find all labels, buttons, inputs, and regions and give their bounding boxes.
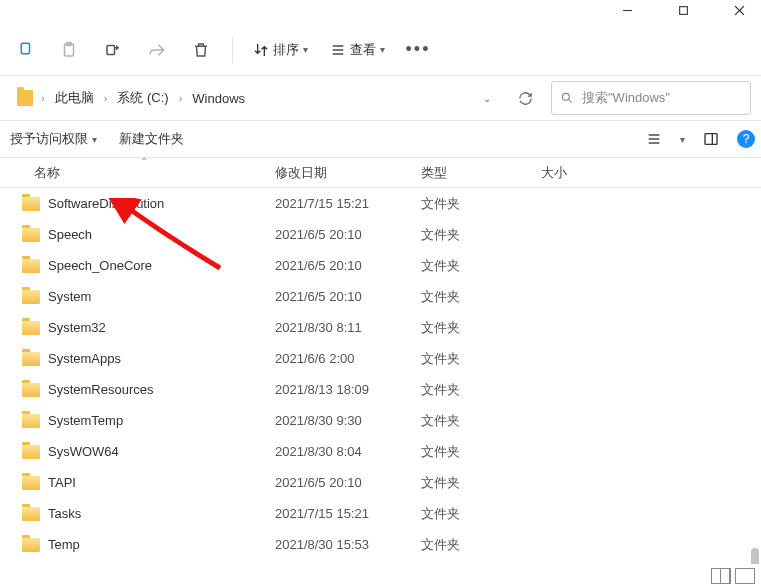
- grant-access-button[interactable]: 授予访问权限 ▾: [6, 126, 101, 152]
- file-type: 文件夹: [421, 288, 541, 306]
- search-placeholder: 搜索"Windows": [582, 89, 670, 107]
- column-header-date[interactable]: 修改日期: [275, 164, 421, 182]
- details-view-icon[interactable]: [711, 568, 731, 584]
- file-name: Speech_OneCore: [48, 258, 152, 273]
- share-icon[interactable]: [138, 31, 176, 69]
- file-date: 2021/7/15 15:21: [275, 506, 421, 521]
- large-icons-view-icon[interactable]: [735, 568, 755, 584]
- help-icon[interactable]: ?: [737, 130, 755, 148]
- maximize-button[interactable]: [669, 0, 697, 20]
- column-header-type[interactable]: 类型: [421, 164, 541, 182]
- file-type: 文件夹: [421, 443, 541, 461]
- close-button[interactable]: [725, 0, 753, 20]
- separator: [232, 37, 233, 63]
- search-icon: [560, 91, 574, 105]
- scrollbar-thumb[interactable]: [751, 548, 759, 564]
- new-folder-button[interactable]: 新建文件夹: [115, 126, 188, 152]
- table-row[interactable]: TAPI2021/6/5 20:10文件夹: [0, 467, 761, 498]
- file-name: Temp: [48, 537, 80, 552]
- copy-icon[interactable]: [6, 31, 44, 69]
- file-date: 2021/8/30 9:30: [275, 413, 421, 428]
- chevron-right-icon: ›: [173, 92, 189, 104]
- file-date: 2021/6/5 20:10: [275, 475, 421, 490]
- address-dropdown-icon[interactable]: ⌄: [475, 93, 499, 104]
- table-row[interactable]: Temp2021/8/30 15:53文件夹: [0, 529, 761, 560]
- grant-access-label: 授予访问权限: [10, 130, 88, 148]
- folder-icon: [22, 538, 40, 552]
- file-name: TAPI: [48, 475, 76, 490]
- rename-icon[interactable]: [94, 31, 132, 69]
- more-icon[interactable]: •••: [399, 31, 437, 69]
- preview-pane-icon[interactable]: [699, 127, 723, 151]
- folder-icon: [22, 321, 40, 335]
- chevron-down-icon: ▾: [380, 44, 385, 55]
- minimize-button[interactable]: [613, 0, 641, 20]
- breadcrumb[interactable]: › 此电脑 › 系统 (C:) › Windows: [10, 82, 465, 114]
- column-header-name[interactable]: 名称 ⌃: [0, 164, 275, 182]
- breadcrumb-item[interactable]: Windows: [190, 87, 247, 110]
- table-row[interactable]: System322021/8/30 8:11文件夹: [0, 312, 761, 343]
- search-input[interactable]: 搜索"Windows": [551, 81, 751, 115]
- file-date: 2021/8/30 8:04: [275, 444, 421, 459]
- table-row[interactable]: SystemTemp2021/8/30 9:30文件夹: [0, 405, 761, 436]
- layout-list-icon[interactable]: [642, 127, 666, 151]
- chevron-down-icon: ▾: [303, 44, 308, 55]
- column-header-row: 名称 ⌃ 修改日期 类型 大小: [0, 158, 761, 188]
- file-type: 文件夹: [421, 412, 541, 430]
- table-row[interactable]: tracing2021/6/5 20:10文件夹: [0, 560, 761, 564]
- sort-ascending-icon: ⌃: [140, 156, 148, 167]
- folder-icon: [22, 476, 40, 490]
- sort-button[interactable]: 排序 ▾: [245, 31, 316, 69]
- svg-line-12: [568, 99, 571, 102]
- file-name: SystemResources: [48, 382, 153, 397]
- file-name: System: [48, 289, 91, 304]
- breadcrumb-item[interactable]: 系统 (C:): [115, 85, 170, 111]
- file-type: 文件夹: [421, 474, 541, 492]
- file-name: Speech: [48, 227, 92, 242]
- table-row[interactable]: Speech_OneCore2021/6/5 20:10文件夹: [0, 250, 761, 281]
- file-name: System32: [48, 320, 106, 335]
- column-header-size[interactable]: 大小: [541, 164, 761, 182]
- file-type: 文件夹: [421, 536, 541, 554]
- folder-icon: [17, 90, 33, 106]
- table-row[interactable]: SystemApps2021/6/6 2:00文件夹: [0, 343, 761, 374]
- file-type: 文件夹: [421, 381, 541, 399]
- svg-rect-4: [21, 43, 29, 54]
- folder-icon: [22, 197, 40, 211]
- table-row[interactable]: SoftwareDistribution2021/7/15 15:21文件夹: [0, 188, 761, 219]
- view-button[interactable]: 查看 ▾: [322, 31, 393, 69]
- file-date: 2021/8/13 18:09: [275, 382, 421, 397]
- file-date: 2021/6/5 20:10: [275, 258, 421, 273]
- file-name: SystemTemp: [48, 413, 123, 428]
- view-label: 查看: [350, 41, 376, 59]
- table-row[interactable]: System2021/6/5 20:10文件夹: [0, 281, 761, 312]
- file-type: 文件夹: [421, 195, 541, 213]
- file-type: 文件夹: [421, 257, 541, 275]
- file-date: 2021/8/30 8:11: [275, 320, 421, 335]
- file-type: 文件夹: [421, 226, 541, 244]
- table-row[interactable]: Tasks2021/7/15 15:21文件夹: [0, 498, 761, 529]
- chevron-right-icon: ›: [35, 92, 51, 104]
- file-type: 文件夹: [421, 319, 541, 337]
- toolbar: 排序 ▾ 查看 ▾ •••: [0, 24, 761, 76]
- folder-icon: [22, 352, 40, 366]
- file-name: SysWOW64: [48, 444, 119, 459]
- table-row[interactable]: SysWOW642021/8/30 8:04文件夹: [0, 436, 761, 467]
- table-row[interactable]: Speech2021/6/5 20:10文件夹: [0, 219, 761, 250]
- delete-icon[interactable]: [182, 31, 220, 69]
- file-name: SystemApps: [48, 351, 121, 366]
- file-list: SoftwareDistribution2021/7/15 15:21文件夹Sp…: [0, 188, 761, 564]
- chevron-down-icon[interactable]: ▾: [680, 134, 685, 145]
- chevron-down-icon: ▾: [92, 134, 97, 145]
- file-date: 2021/6/5 20:10: [275, 227, 421, 242]
- svg-rect-1: [679, 6, 687, 14]
- svg-point-11: [562, 93, 569, 100]
- action-bar: 授予访问权限 ▾ 新建文件夹 ▾ ?: [0, 120, 761, 158]
- svg-rect-16: [705, 134, 717, 145]
- refresh-button[interactable]: [509, 82, 541, 114]
- folder-icon: [22, 259, 40, 273]
- breadcrumb-item[interactable]: 此电脑: [53, 85, 96, 111]
- table-row[interactable]: SystemResources2021/8/13 18:09文件夹: [0, 374, 761, 405]
- paste-icon[interactable]: [50, 31, 88, 69]
- file-date: 2021/6/5 20:10: [275, 289, 421, 304]
